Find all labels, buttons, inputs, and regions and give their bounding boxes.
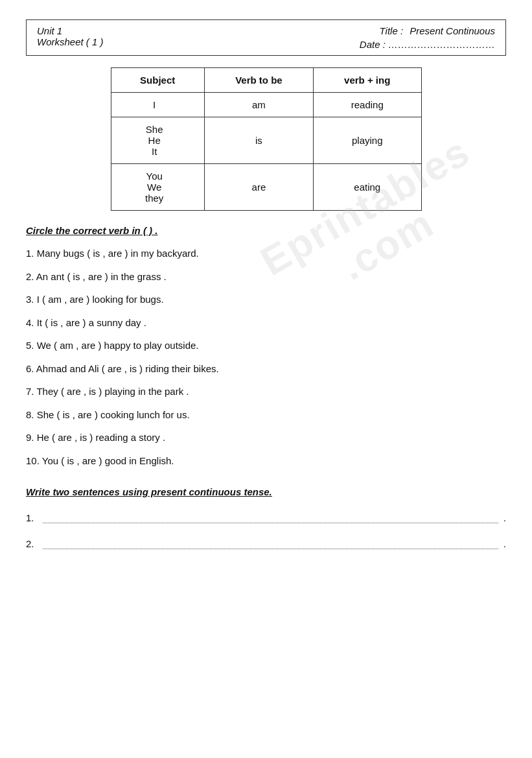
- write-line-2-num: 2.: [26, 538, 38, 549]
- header-box: Unit 1 Worksheet ( 1 ) Title : Present C…: [26, 19, 506, 56]
- table-ing-2: eating: [313, 164, 421, 211]
- table-ing-0: reading: [313, 93, 421, 117]
- table-verb-1: is: [204, 117, 313, 164]
- unit-label: Unit 1: [37, 25, 104, 36]
- grammar-table: Subject Verb to be verb + ing Iamreading…: [111, 67, 422, 211]
- exercise-item-8: 8. She ( is , are ) cooking lunch for us…: [26, 408, 506, 423]
- exercise-item-6: 6. Ahmad and Ali ( are , is ) riding the…: [26, 362, 506, 377]
- write-dotted-line-2: [43, 538, 498, 549]
- exercise-item-3: 3. I ( am , are ) looking for bugs.: [26, 292, 506, 307]
- col-verb-to-be: Verb to be: [204, 68, 313, 93]
- write-line-1: 1. .: [26, 512, 506, 523]
- write-line-2-end: .: [503, 538, 506, 549]
- section1-instruction: Circle the correct verb in ( ) .: [26, 225, 506, 236]
- table-verb-0: am: [204, 93, 313, 117]
- write-lines: 1. . 2. .: [26, 512, 506, 549]
- title-text: Title : Present Continuous: [380, 25, 495, 36]
- section2-instruction: Write two sentences using present contin…: [26, 486, 506, 497]
- write-line-1-num: 1.: [26, 512, 38, 523]
- header-left: Unit 1 Worksheet ( 1 ): [37, 25, 104, 47]
- write-line-1-end: .: [503, 512, 506, 523]
- exercise-list: 1. Many bugs ( is , are ) in my backyard…: [26, 246, 506, 468]
- worksheet-label: Worksheet ( 1 ): [37, 36, 104, 47]
- col-subject: Subject: [111, 68, 204, 93]
- table-ing-1: playing: [313, 117, 421, 164]
- grammar-table-wrapper: Subject Verb to be verb + ing Iamreading…: [26, 67, 506, 211]
- date-text: Date : ……………………………: [360, 39, 495, 50]
- exercise-item-4: 4. It ( is , are ) a sunny day .: [26, 316, 506, 331]
- write-section: Write two sentences using present contin…: [26, 486, 506, 549]
- exercise-item-1: 1. Many bugs ( is , are ) in my backyard…: [26, 246, 506, 261]
- exercise-item-9: 9. He ( are , is ) reading a story .: [26, 431, 506, 445]
- write-dotted-line-1: [43, 512, 498, 523]
- table-subject-0: I: [111, 93, 204, 117]
- exercise-item-5: 5. We ( am , are ) happy to play outside…: [26, 338, 506, 353]
- table-subject-2: You We they: [111, 164, 204, 211]
- exercise-item-10: 10. You ( is , are ) good in English.: [26, 454, 506, 469]
- exercise-item-2: 2. An ant ( is , are ) in the grass .: [26, 270, 506, 285]
- col-verb-ing: verb + ing: [313, 68, 421, 93]
- table-verb-2: are: [204, 164, 313, 211]
- write-line-2: 2. .: [26, 538, 506, 549]
- table-subject-1: She He It: [111, 117, 204, 164]
- exercise-item-7: 7. They ( are , is ) playing in the park…: [26, 385, 506, 399]
- header-right: Title : Present Continuous Date : …………………: [360, 25, 495, 50]
